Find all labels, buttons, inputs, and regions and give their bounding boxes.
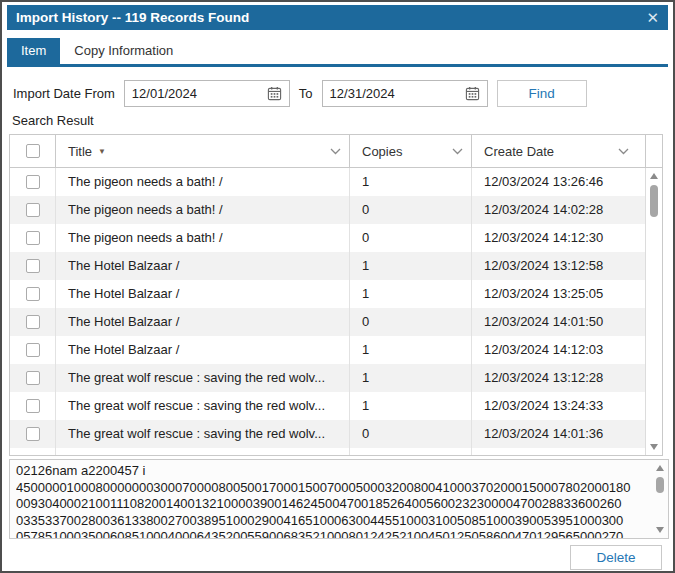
row-create-date: 12/03/2024 14:11:45 — [472, 448, 646, 456]
row-checkbox[interactable] — [26, 371, 40, 385]
calendar-icon[interactable] — [267, 86, 282, 101]
row-copies: 0 — [350, 308, 472, 336]
column-header-copies[interactable]: Copies — [350, 135, 472, 168]
marc-line: 4500000100080000000300070000800500170001… — [16, 480, 650, 497]
table-row[interactable]: The Hotel Balzaar / 1 12/03/2024 13:12:5… — [10, 252, 647, 280]
scroll-down-icon[interactable] — [656, 527, 664, 533]
row-title: The Hotel Balzaar / — [56, 308, 350, 336]
row-copies: 1 — [350, 392, 472, 420]
scrollbar-thumb[interactable] — [650, 185, 658, 217]
tab-copy-information[interactable]: Copy Information — [60, 38, 187, 64]
marc-line: 0578510003500608510004000643520055900683… — [16, 529, 650, 538]
row-create-date: 12/03/2024 14:01:50 — [472, 308, 646, 336]
row-checkbox[interactable] — [26, 343, 40, 357]
search-result-label: Search Result — [7, 113, 668, 131]
row-title: The great wolf rescue : saving the red w… — [56, 448, 350, 456]
import-history-dialog: Import History -- 119 Records Found ✕ It… — [0, 0, 675, 573]
marc-record-preview[interactable]: 02126nam a2200457 i 45000001000800000003… — [9, 459, 669, 539]
import-date-from-input[interactable]: 12/01/2024 — [124, 80, 290, 107]
row-copies: 0 — [350, 224, 472, 252]
row-create-date: 12/03/2024 14:12:30 — [472, 224, 646, 252]
row-create-date: 12/03/2024 13:25:05 — [472, 280, 646, 308]
chevron-down-icon[interactable] — [452, 148, 463, 155]
row-create-date: 12/03/2024 13:12:28 — [472, 364, 646, 392]
chevron-down-icon[interactable] — [330, 148, 341, 155]
row-copies: 1 — [350, 448, 472, 456]
row-checkbox[interactable] — [26, 315, 40, 329]
row-create-date: 12/03/2024 14:12:03 — [472, 336, 646, 364]
row-create-date: 12/03/2024 13:24:33 — [472, 392, 646, 420]
row-title: The great wolf rescue : saving the red w… — [56, 364, 350, 392]
row-title: The great wolf rescue : saving the red w… — [56, 392, 350, 420]
to-label: To — [299, 86, 313, 101]
table-row[interactable]: The great wolf rescue : saving the red w… — [10, 420, 647, 448]
row-title: The pigeon needs a bath! / — [56, 196, 350, 224]
table-row[interactable]: The Hotel Balzaar / 1 12/03/2024 13:25:0… — [10, 280, 647, 308]
marc-line: 0335337002800361338002700389510002900416… — [16, 513, 650, 530]
row-create-date: 12/03/2024 13:26:46 — [472, 168, 646, 196]
close-icon[interactable]: ✕ — [646, 10, 659, 25]
row-title: The pigeon needs a bath! / — [56, 224, 350, 252]
row-copies: 1 — [350, 336, 472, 364]
calendar-icon[interactable] — [465, 86, 480, 101]
import-date-to-input[interactable]: 12/31/2024 — [322, 80, 488, 107]
row-title: The Hotel Balzaar / — [56, 336, 350, 364]
import-date-from-label: Import Date From — [13, 86, 115, 101]
tab-bar: Item Copy Information — [7, 38, 668, 67]
row-checkbox[interactable] — [26, 259, 40, 273]
row-copies: 0 — [350, 420, 472, 448]
table-row[interactable]: The pigeon needs a bath! / 1 12/03/2024 … — [10, 168, 647, 196]
row-checkbox[interactable] — [26, 175, 40, 189]
table-row[interactable]: The Hotel Balzaar / 0 12/03/2024 14:01:5… — [10, 308, 647, 336]
row-title: The great wolf rescue : saving the red w… — [56, 420, 350, 448]
scrollbar-thumb[interactable] — [656, 477, 664, 493]
select-all-checkbox[interactable] — [26, 144, 40, 158]
table-scrollbar[interactable] — [645, 168, 662, 455]
search-result-table: Title ▼ Copies Create Date The pigeon ne… — [9, 134, 663, 456]
row-create-date: 12/03/2024 14:01:36 — [472, 420, 646, 448]
row-copies: 0 — [350, 196, 472, 224]
row-checkbox[interactable] — [26, 287, 40, 301]
table-row[interactable]: The pigeon needs a bath! / 0 12/03/2024 … — [10, 196, 647, 224]
import-date-to-value: 12/31/2024 — [330, 86, 395, 101]
dialog-footer: Delete — [7, 545, 668, 570]
row-checkbox[interactable] — [26, 231, 40, 245]
import-date-from-value: 12/01/2024 — [132, 86, 197, 101]
tab-item[interactable]: Item — [7, 38, 60, 64]
row-create-date: 12/03/2024 13:12:58 — [472, 252, 646, 280]
marc-record-text: 02126nam a2200457 i 45000001000800000003… — [16, 463, 650, 538]
row-copies: 1 — [350, 364, 472, 392]
delete-button[interactable]: Delete — [570, 545, 662, 570]
table-row[interactable]: The pigeon needs a bath! / 0 12/03/2024 … — [10, 224, 647, 252]
row-copies: 1 — [350, 280, 472, 308]
row-checkbox[interactable] — [26, 399, 40, 413]
column-header-create-date[interactable]: Create Date — [472, 135, 646, 168]
row-title: The pigeon needs a bath! / — [56, 168, 350, 196]
scroll-up-icon[interactable] — [656, 465, 664, 471]
find-button[interactable]: Find — [497, 80, 587, 107]
marc-line: 0093040002100111082001400132100003900146… — [16, 496, 650, 513]
dialog-title: Import History -- 119 Records Found — [16, 10, 249, 25]
table-row[interactable]: The great wolf rescue : saving the red w… — [10, 364, 647, 392]
row-title: The Hotel Balzaar / — [56, 252, 350, 280]
table-row[interactable]: The great wolf rescue : saving the red w… — [10, 448, 647, 456]
row-checkbox[interactable] — [26, 455, 40, 456]
header-scroll-spacer — [646, 135, 662, 168]
marc-scrollbar[interactable] — [652, 460, 668, 538]
row-checkbox[interactable] — [26, 427, 40, 441]
table-row[interactable]: The great wolf rescue : saving the red w… — [10, 392, 647, 420]
row-copies: 1 — [350, 252, 472, 280]
table-row[interactable]: The Hotel Balzaar / 1 12/03/2024 14:12:0… — [10, 336, 647, 364]
row-checkbox[interactable] — [26, 203, 40, 217]
row-create-date: 12/03/2024 14:02:28 — [472, 196, 646, 224]
marc-line: 02126nam a2200457 i — [16, 463, 650, 480]
chevron-down-icon[interactable] — [618, 148, 629, 155]
row-copies: 1 — [350, 168, 472, 196]
select-all-cell — [10, 135, 56, 168]
row-title: The Hotel Balzaar / — [56, 280, 350, 308]
dialog-titlebar: Import History -- 119 Records Found ✕ — [7, 5, 668, 30]
scroll-down-icon[interactable] — [650, 444, 658, 450]
scroll-up-icon[interactable] — [650, 173, 658, 179]
column-header-title[interactable]: Title ▼ — [56, 135, 350, 168]
table-body: The pigeon needs a bath! / 1 12/03/2024 … — [10, 168, 647, 456]
